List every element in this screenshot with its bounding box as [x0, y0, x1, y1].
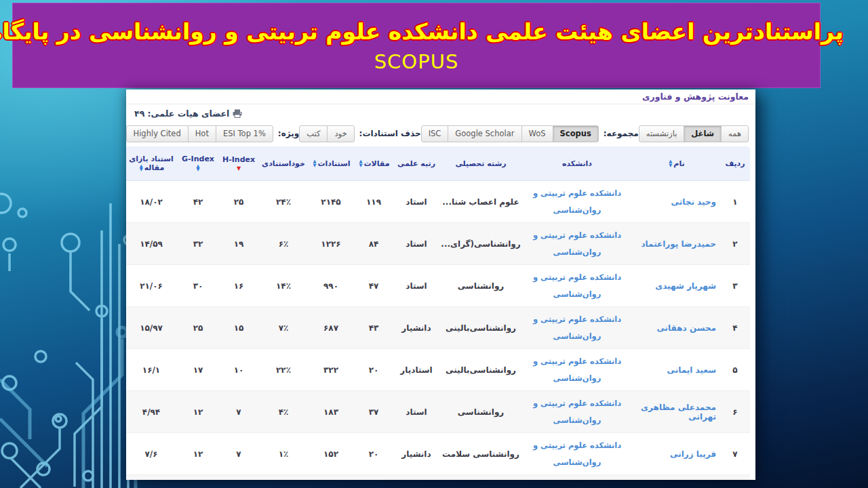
g-cell: ۱۲ — [178, 391, 218, 433]
col-num: ردیف — [720, 146, 750, 181]
faculty-table: ردیفنام▲▼دانشکدهرشته تحصیلیرتبه علمیمقال… — [126, 146, 750, 480]
faculty-link[interactable]: دانشکده علوم تربیتی و روان‌شناسی — [524, 353, 631, 386]
collection-filter-button[interactable]: ISC — [421, 125, 449, 142]
col-h[interactable]: H-Index▼ — [218, 146, 259, 181]
g-cell: ۳۰ — [178, 265, 218, 307]
member-name-link[interactable]: وحید نجاتی — [671, 197, 716, 207]
banner-subtitle: SCOPUS — [374, 50, 459, 73]
citations-cell: ۳۲۲ — [308, 349, 354, 391]
member-name-link[interactable]: محمدعلی مظاهری تهرانی — [641, 403, 716, 422]
rank-cell: استاد — [393, 223, 439, 265]
sort-icon[interactable]: ▲▼ — [197, 165, 200, 172]
num-cell: ۵ — [720, 349, 750, 391]
articles-cell: ۸۴ — [354, 223, 393, 265]
collection-filter-button[interactable]: Google Scholar — [448, 125, 521, 142]
self-cell: ۲۲٪ — [259, 349, 308, 391]
col-articles[interactable]: مقالات▲▼ — [354, 146, 393, 181]
collection-filter-group: ScopusWoSGoogle ScholarISC — [421, 125, 599, 142]
cpa-cell: ۷/۶ — [126, 433, 178, 475]
g-cell: ۱۷ — [178, 349, 218, 391]
faculty-link[interactable]: دانشکده علوم تربیتی و روان‌شناسی — [524, 311, 631, 344]
rank-cell: دانشیار — [393, 307, 439, 349]
cpa-cell: ۷/۴۱ — [126, 475, 178, 481]
member-name-link[interactable]: محسن دهقانی — [656, 323, 716, 333]
g-cell: ۴۲ — [178, 181, 218, 223]
name-cell: شهریار شهیدی — [632, 265, 720, 307]
exclude-citations-cluster: حذف استنادات: خودکتب — [299, 125, 420, 142]
member-name-link[interactable]: حمیدرضا پوراعتماد — [641, 239, 716, 249]
table-row: ۴محسن دهقانیدانشکده علوم تربیتی و روان‌ش… — [126, 307, 750, 349]
h-cell: ۲۵ — [218, 181, 259, 223]
rank-cell: استادیار — [393, 349, 439, 391]
faculty-link[interactable]: دانشکده علوم تربیتی و روان‌شناسی — [524, 269, 631, 302]
self-cell: ۱٪ — [259, 433, 308, 475]
cpa-cell: ۱۸/۰۲ — [126, 181, 178, 223]
special-filter-button[interactable]: ESI Top 1% — [216, 125, 273, 142]
col-cpa[interactable]: استناد بازای مقاله▲▼ — [126, 146, 178, 181]
self-cell: ۱۴٪ — [259, 265, 308, 307]
col-rank: رتبه علمی — [393, 146, 439, 181]
h-cell: ۱۶ — [218, 265, 259, 307]
member-name-link[interactable]: سعید ایمانی — [667, 365, 716, 375]
member-name-link[interactable]: شهریار شهیدی — [655, 281, 716, 291]
sort-icon[interactable]: ▲▼ — [669, 160, 672, 167]
faculty-cell: دانشکده علوم تربیتی و روان‌شناسی — [522, 349, 632, 391]
h-cell: ۱۰ — [218, 349, 259, 391]
faculty-table-wrap: ردیفنام▲▼دانشکدهرشته تحصیلیرتبه علمیمقال… — [132, 146, 750, 480]
sort-icon[interactable]: ▲▼ — [140, 165, 143, 172]
citations-cell: ۲۱۴۵ — [308, 181, 354, 223]
title-banner: پراستنادترین اعضای هیئت علمی دانشکده علو… — [12, 3, 821, 88]
articles-cell: ۳۷ — [354, 391, 393, 433]
name-cell: محمدعلی مظاهری تهرانی — [632, 391, 720, 433]
special-filter-button[interactable]: Highly Cited — [126, 125, 189, 142]
cpa-cell: ۱۵/۹۷ — [126, 307, 178, 349]
member-name-link[interactable]: فریبا زرانی — [670, 449, 716, 459]
status-filter-button[interactable]: شاغل — [684, 125, 722, 142]
h-cell: ۷ — [218, 433, 259, 475]
cpa-cell: ۴/۹۴ — [126, 391, 178, 433]
status-filter-button[interactable]: همه — [721, 125, 749, 142]
table-header: ردیفنام▲▼دانشکدهرشته تحصیلیرتبه علمیمقال… — [126, 146, 750, 181]
col-field: رشته تحصیلی — [439, 146, 522, 181]
g-cell: ۱۰ — [178, 475, 218, 481]
field-cell: روانشناسی(گرای... — [439, 223, 522, 265]
col-g[interactable]: G-Index▲▼ — [178, 146, 218, 181]
faculty-link[interactable]: دانشکده علوم تربیتی و روان‌شناسی — [524, 185, 631, 218]
field-cell: علوم اعصاب شنا... — [439, 181, 522, 223]
collection-filter-cluster: مجموعه: ScopusWoSGoogle ScholarISC — [421, 125, 639, 142]
special-label: ویژه: — [278, 129, 299, 138]
sort-icon[interactable]: ▲▼ — [359, 160, 362, 167]
collection-filter-button[interactable]: Scopus — [553, 125, 599, 142]
members-count-label: اعضای هیات علمی: ۴۹ — [134, 108, 229, 119]
faculty-cell: دانشکده علوم تربیتی و روان‌شناسی — [522, 475, 632, 481]
faculty-link[interactable]: دانشکده علوم تربیتی و روان‌شناسی — [524, 227, 631, 260]
exclude-citations-group: خودکتب — [299, 125, 354, 142]
special-filter-group: ESI Top 1%HotHighly Cited — [126, 125, 273, 142]
faculty-link[interactable]: دانشکده علوم تربیتی و روان‌شناسی — [524, 437, 631, 470]
field-cell: روانشناسی‌بالینی — [439, 307, 522, 349]
name-cell: سعید ایمانی — [632, 349, 720, 391]
exclude-citations-button[interactable]: کتب — [299, 125, 328, 142]
table-row: ۱وحید نجاتیدانشکده علوم تربیتی و روان‌شن… — [126, 181, 750, 223]
table-row: ۸وحید صادقی فیروز آبادیدانشکده علوم تربی… — [126, 475, 750, 481]
citations-cell: ۱۸۳ — [308, 391, 354, 433]
g-cell: ۱۲ — [178, 433, 218, 475]
faculty-link[interactable]: دانشکده علوم تربیتی و روان‌شناسی — [524, 395, 631, 428]
exclude-citations-label: حذف استنادات: — [359, 129, 421, 138]
field-cell: روانشناسی سلامت — [439, 475, 522, 481]
articles-cell: ۴۷ — [354, 265, 393, 307]
sort-icon[interactable]: ▲▼ — [313, 160, 316, 167]
citations-cell: ۶۸۷ — [308, 307, 354, 349]
printer-icon[interactable] — [233, 109, 242, 118]
col-citations[interactable]: استنادات▲▼ — [308, 146, 354, 181]
special-filter-button[interactable]: Hot — [188, 125, 216, 142]
faculty-cell: دانشکده علوم تربیتی و روان‌شناسی — [522, 181, 632, 223]
exclude-citations-button[interactable]: خود — [327, 125, 354, 142]
sort-desc-icon[interactable]: ▼ — [220, 166, 258, 171]
status-filter-button[interactable]: بازنشسته — [639, 125, 685, 142]
col-name[interactable]: نام▲▼ — [632, 146, 720, 181]
faculty-link[interactable]: دانشکده علوم تربیتی و روان‌شناسی — [524, 479, 631, 480]
collection-filter-button[interactable]: WoS — [521, 125, 553, 142]
num-cell: ۷ — [720, 433, 750, 475]
num-cell: ۴ — [720, 307, 750, 349]
